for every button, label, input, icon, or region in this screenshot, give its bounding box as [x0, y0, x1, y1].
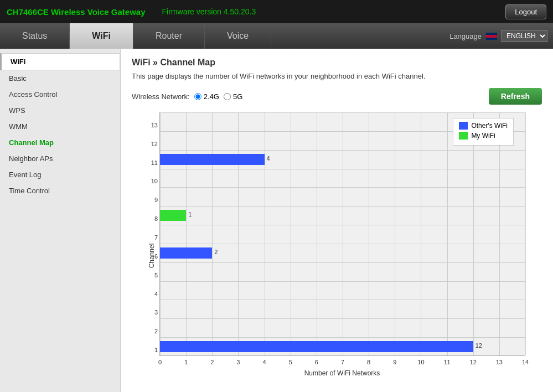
- nav-tabs: Status WiFi Router Voice Language ENGLIS…: [0, 23, 553, 49]
- x-label-7: 7: [341, 359, 344, 365]
- sidebar-item-event-log[interactable]: Event Log: [0, 167, 120, 183]
- x-label-5: 5: [289, 359, 292, 365]
- x-label-9: 9: [393, 359, 396, 365]
- page-title: WiFi » Channel Map: [132, 58, 542, 68]
- legend-others: Other's WiFi: [459, 122, 508, 130]
- language-select[interactable]: ENGLISH: [502, 30, 547, 42]
- chart-wrapper: Channel 13121110987654321012345678910111…: [132, 112, 525, 392]
- legend-others-label: Other's WiFi: [471, 122, 508, 130]
- x-label-12: 12: [470, 359, 477, 365]
- tab-status[interactable]: Status: [0, 23, 70, 49]
- x-label-2: 2: [210, 359, 214, 365]
- chart-area: 1312111098765432101234567891011121314412…: [159, 112, 525, 356]
- bar-label-channel-6: 2: [214, 249, 218, 255]
- x-label-11: 11: [443, 359, 450, 365]
- radio-24g-label: 2.4G: [204, 92, 219, 101]
- x-label-4: 4: [263, 359, 266, 365]
- bar-channel-1: [160, 341, 473, 352]
- sidebar-item-wps[interactable]: WPS: [0, 102, 120, 118]
- radio-24g-input[interactable]: [194, 93, 201, 100]
- y-label-13: 13: [142, 122, 158, 128]
- x-label-1: 1: [184, 359, 188, 365]
- main-layout: WiFi Basic Access Control WPS WMM Channe…: [0, 49, 553, 392]
- app-title: CH7466CE Wireless Voice Gateway: [7, 7, 146, 17]
- bar-channel-8: [160, 210, 186, 221]
- bar-label-channel-8: 1: [188, 211, 192, 218]
- radio-5g-input[interactable]: [224, 93, 231, 100]
- language-flag: [486, 33, 497, 40]
- tab-wifi[interactable]: WiFi: [70, 23, 133, 49]
- firmware-version: Firmware version 4.50.20.3: [162, 7, 256, 16]
- x-label-8: 8: [367, 359, 370, 365]
- y-label-6: 6: [142, 253, 158, 260]
- legend-others-color: [459, 122, 468, 130]
- sidebar-item-access-control[interactable]: Access Control: [0, 86, 120, 102]
- chart-legend: Other's WiFi My WiFi: [453, 118, 514, 146]
- bar-label-channel-1: 12: [476, 342, 482, 349]
- y-label-12: 12: [142, 141, 158, 147]
- header: CH7466CE Wireless Voice Gateway Firmware…: [0, 0, 553, 23]
- page-description: This page displays the number of WiFi ne…: [132, 72, 542, 80]
- tab-voice[interactable]: Voice: [205, 23, 271, 49]
- y-label-1: 1: [142, 347, 158, 353]
- y-label-7: 7: [142, 234, 158, 241]
- y-label-2: 2: [142, 328, 158, 334]
- x-label-14: 14: [522, 359, 529, 365]
- bar-label-channel-11: 4: [267, 155, 270, 162]
- language-label: Language: [449, 32, 482, 40]
- x-axis-title: Number of WiFi Networks: [159, 369, 525, 377]
- sidebar-item-neighbor-aps[interactable]: Neighbor APs: [0, 151, 120, 167]
- y-label-11: 11: [142, 159, 158, 166]
- y-label-10: 10: [142, 178, 158, 184]
- tab-router[interactable]: Router: [133, 23, 205, 49]
- y-label-4: 4: [142, 291, 158, 297]
- sidebar-item-basic[interactable]: Basic: [0, 70, 120, 86]
- y-label-8: 8: [142, 215, 158, 222]
- legend-mine: My WiFi: [459, 132, 508, 140]
- legend-my-color: [459, 132, 468, 140]
- sidebar-item-channel-map[interactable]: Channel Map: [0, 135, 120, 151]
- bar-channel-11: [160, 154, 265, 165]
- x-label-3: 3: [236, 359, 240, 365]
- x-label-6: 6: [315, 359, 318, 365]
- legend-my-label: My WiFi: [471, 132, 495, 140]
- bar-channel-6: [160, 247, 212, 259]
- x-label-10: 10: [417, 359, 424, 365]
- y-label-3: 3: [142, 309, 158, 316]
- y-label-9: 9: [142, 197, 158, 203]
- wireless-network-row: Wireless Network: 2.4G 5G Refresh: [132, 88, 542, 105]
- wireless-network-label: Wireless Network:: [132, 92, 190, 101]
- language-area: Language ENGLISH: [449, 23, 553, 49]
- content-area: WiFi » Channel Map This page displays th…: [121, 49, 553, 392]
- radio-5g-label: 5G: [233, 92, 242, 101]
- radio-24g-option[interactable]: 2.4G: [194, 92, 219, 101]
- sidebar: WiFi Basic Access Control WPS WMM Channe…: [0, 49, 121, 392]
- radio-5g-option[interactable]: 5G: [224, 92, 242, 101]
- sidebar-item-wifi[interactable]: WiFi: [0, 53, 120, 70]
- y-label-5: 5: [142, 272, 158, 278]
- x-label-13: 13: [496, 359, 503, 365]
- refresh-button[interactable]: Refresh: [489, 88, 542, 105]
- x-label-0: 0: [158, 359, 162, 365]
- sidebar-item-wmm[interactable]: WMM: [0, 118, 120, 135]
- sidebar-item-time-control[interactable]: Time Control: [0, 183, 120, 199]
- logout-button[interactable]: Logout: [505, 4, 546, 19]
